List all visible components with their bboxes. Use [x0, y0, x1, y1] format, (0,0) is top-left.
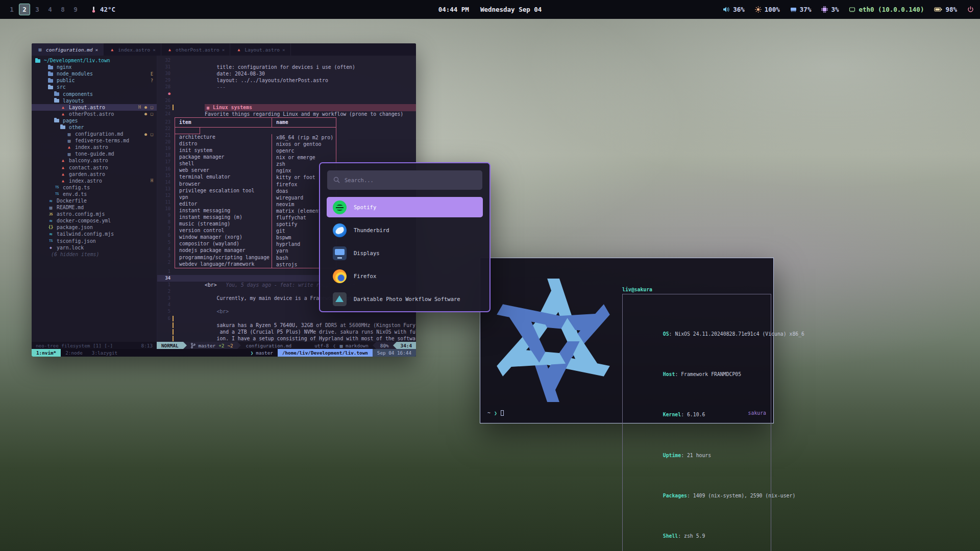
tree-item[interactable]: layouts: [32, 97, 157, 104]
tree-item-label: Dockerfile: [57, 198, 87, 204]
tree-item-label: public: [57, 78, 75, 83]
tree-item[interactable]: pages: [32, 117, 157, 124]
tree-item-label: package.json: [57, 224, 93, 230]
tree-item[interactable]: yarn.lock: [32, 244, 157, 251]
app-label: Thunderbird: [354, 227, 389, 233]
tree-item[interactable]: README.md: [32, 204, 157, 211]
current-line-number: 34: [157, 275, 170, 282]
network-module[interactable]: eth0 (10.0.0.140): [849, 6, 924, 13]
workspace-button[interactable]: 4: [44, 4, 56, 15]
tab-close-icon[interactable]: [222, 47, 225, 53]
volume-module[interactable]: 36%: [723, 6, 745, 13]
tab-close-icon[interactable]: [95, 47, 99, 53]
launcher-app-item[interactable]: Firefox: [327, 266, 483, 286]
table-cell-item: programming/scripting language: [175, 255, 272, 261]
shell-prompt[interactable]: ~ ❯: [487, 410, 504, 416]
tree-item-label: pages: [63, 118, 78, 123]
battery-module[interactable]: 98%: [934, 6, 957, 13]
launcher-search-bar[interactable]: [327, 170, 482, 190]
table-row: shell zsh: [175, 161, 336, 167]
tab-label: configuration.md: [46, 47, 93, 53]
temperature-module[interactable]: 42°C: [90, 6, 115, 13]
workspace-button[interactable]: 2: [19, 4, 30, 15]
search-input[interactable]: [345, 177, 476, 183]
tree-item-markers: ?: [151, 78, 154, 83]
launcher-app-item[interactable]: Thunderbird: [327, 220, 483, 240]
tree-item[interactable]: (6 hidden items): [32, 251, 157, 258]
tree-item[interactable]: index.astro: [32, 144, 157, 151]
tree-item[interactable]: Dockerfile: [32, 197, 157, 204]
tree-item[interactable]: config.ts: [32, 184, 157, 191]
workspace-switcher: 1 2 3 4 8 9: [6, 4, 81, 15]
cpu-value: 3%: [831, 6, 839, 13]
tmux-window-tab[interactable]: 1:nvim*: [32, 349, 61, 357]
editor-tab[interactable]: configuration.md: [32, 43, 104, 56]
table-header-row: item name: [175, 118, 336, 128]
launcher-app-item[interactable]: Spotify: [327, 197, 483, 217]
launcher-app-item[interactable]: Darktable Photo Workflow Software: [327, 289, 483, 309]
clock-date: Wednesday Sep 04: [480, 6, 542, 13]
tree-item[interactable]: garden.astro: [32, 171, 157, 178]
editor-tab[interactable]: otherPost.astro: [161, 43, 231, 56]
tree-item[interactable]: astro.config.mjs: [32, 211, 157, 217]
file-type-icon: [47, 85, 54, 90]
tree-item-label: components: [63, 91, 93, 97]
tree-item-label: tailwind.config.mjs: [57, 231, 114, 237]
tree-item[interactable]: node_modules E: [32, 70, 157, 77]
tree-item-markers: H ● □: [138, 105, 154, 110]
tree-item[interactable]: other: [32, 124, 157, 131]
power-module[interactable]: [967, 6, 974, 13]
memory-icon: [790, 6, 797, 13]
tree-item[interactable]: docker-compose.yml: [32, 217, 157, 224]
file-type-icon: [109, 47, 115, 52]
tree-item[interactable]: components: [32, 90, 157, 97]
tmux-window-tab[interactable]: 3:lazygit: [87, 349, 122, 357]
table-row: architecture x86_64 (rip m2 pro): [175, 134, 336, 141]
system-info: liv@sakura OSNixOS 24.11.20240828.71e91c…: [622, 287, 771, 551]
cpu-module[interactable]: 3%: [821, 6, 839, 13]
tree-item[interactable]: configuration.md ● □: [32, 131, 157, 137]
launcher-app-item[interactable]: Displays: [327, 243, 483, 263]
launcher-results: Spotify Thunderbird Displays Firefox: [320, 195, 489, 309]
file-type-icon: [47, 198, 54, 204]
tree-item[interactable]: fediverse-terms.md: [32, 137, 157, 144]
tree-item-label: astro.config.mjs: [57, 211, 105, 217]
workspace-button[interactable]: 1: [6, 4, 17, 15]
tree-item[interactable]: nginx: [32, 64, 157, 70]
tree-item[interactable]: tailwind.config.mjs: [32, 231, 157, 237]
file-type: markdown: [340, 343, 369, 348]
editor-tab[interactable]: index.astro: [104, 43, 161, 56]
info-label: Packages: [663, 493, 693, 498]
editor-line: 28: [157, 84, 416, 90]
tree-item-label: balcony.astro: [69, 158, 108, 163]
table-cell-name: openrc: [272, 147, 336, 154]
tree-root-item[interactable]: ~/Development/liv.town: [32, 57, 157, 64]
line-number: 30: [157, 70, 170, 77]
tree-item[interactable]: balcony.astro: [32, 157, 157, 164]
tree-item[interactable]: public ?: [32, 77, 157, 84]
brightness-module[interactable]: 100%: [755, 6, 780, 13]
tree-item[interactable]: package.json: [32, 224, 157, 231]
editor-tab[interactable]: Layout.astro: [230, 43, 290, 56]
workspace-button[interactable]: 9: [70, 4, 81, 15]
workspace-button[interactable]: 8: [57, 4, 68, 15]
tree-item[interactable]: tone-guide.md: [32, 151, 157, 157]
tab-close-icon[interactable]: [153, 47, 156, 53]
tree-item[interactable]: contact.astro: [32, 164, 157, 171]
status-bar: 1 2 3 4 8 9 42°C 04:44 PM Wednesday Sep …: [0, 0, 980, 19]
tab-close-icon[interactable]: [282, 47, 285, 53]
info-label: Shell: [663, 533, 684, 539]
tmux-window-tab[interactable]: 2:node: [61, 349, 87, 357]
tree-item[interactable]: src: [32, 84, 157, 90]
tree-item[interactable]: otherPost.astro ● □: [32, 111, 157, 117]
memory-module[interactable]: 37%: [790, 6, 812, 13]
tree-item[interactable]: env.d.ts: [32, 191, 157, 197]
tree-item-label: Layout.astro: [69, 105, 105, 110]
editor-line: 26: [157, 97, 416, 104]
file-type-icon: [47, 65, 54, 70]
tree-item[interactable]: tsconfig.json: [32, 238, 157, 244]
tree-item[interactable]: Layout.astro H ● □: [32, 104, 157, 111]
tree-item-label: env.d.ts: [63, 191, 87, 197]
workspace-button[interactable]: 3: [32, 4, 43, 15]
tree-item[interactable]: index.astro H: [32, 178, 157, 184]
